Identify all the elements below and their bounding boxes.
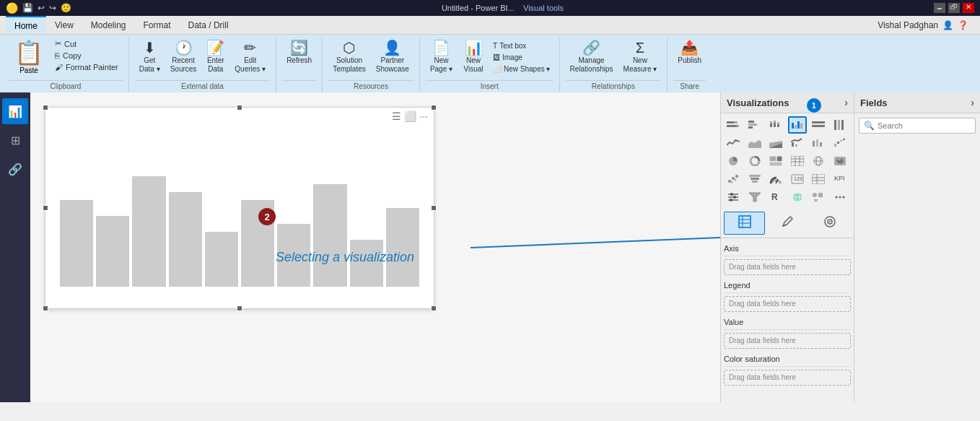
new-measure-button[interactable]: Σ NewMeasure ▾ xyxy=(619,38,662,77)
resize-handle-tm[interactable] xyxy=(237,105,242,110)
slicer-icon[interactable] xyxy=(724,188,743,206)
clustered-column-icon[interactable] xyxy=(788,116,807,134)
globe-icon[interactable] xyxy=(788,188,807,206)
copy-button[interactable]: ⎘ Copy xyxy=(51,50,123,61)
cut-button[interactable]: ✂ Cut xyxy=(51,38,123,50)
svg-text:123: 123 xyxy=(794,176,802,181)
svg-rect-11 xyxy=(774,123,776,127)
visual-menu-icon[interactable]: ☰ xyxy=(392,110,401,122)
help-icon[interactable]: ❓ xyxy=(958,20,968,30)
format-tab-button[interactable] xyxy=(766,212,808,235)
table-icon[interactable] xyxy=(788,152,807,170)
treemap-icon[interactable] xyxy=(766,152,785,170)
ribbon-chart-icon[interactable] xyxy=(809,134,828,152)
paste-button[interactable]: 📋 Paste xyxy=(9,38,49,74)
enter-data-button[interactable]: 📝 EnterData xyxy=(202,38,229,77)
filter-icon[interactable] xyxy=(745,188,764,206)
tab-view[interactable]: View xyxy=(46,16,82,34)
legend-drop-zone[interactable]: Drag data fields here xyxy=(724,296,851,312)
svg-rect-27 xyxy=(792,142,794,147)
image-button[interactable]: 🖼 Image xyxy=(490,52,553,63)
fields-search-box[interactable]: 🔍 xyxy=(859,118,976,134)
line-clustered-icon[interactable] xyxy=(788,134,807,152)
color-saturation-drop-zone[interactable]: Drag data fields here xyxy=(724,370,851,386)
svg-rect-35 xyxy=(843,139,845,140)
tab-data-drill[interactable]: Data / Drill xyxy=(180,16,237,34)
get-data-button[interactable]: ⬇ GetData ▾ xyxy=(135,38,165,77)
area-chart-icon[interactable] xyxy=(745,134,764,152)
svg-rect-5 xyxy=(737,125,739,127)
scatter-icon[interactable] xyxy=(724,170,743,188)
relationships-view-button[interactable]: 🔗 xyxy=(2,156,28,182)
svg-rect-4 xyxy=(727,125,737,127)
gauge-icon[interactable] xyxy=(766,170,785,188)
fields-search-input[interactable] xyxy=(878,121,971,130)
insert-label: Insert xyxy=(426,80,554,92)
solution-templates-button[interactable]: ⬡ SolutionTemplates xyxy=(328,38,370,77)
shapes-button[interactable]: ⬜ New Shapes ▾ xyxy=(490,64,553,74)
map-icon[interactable] xyxy=(809,152,828,170)
report-view-button[interactable]: 📊 xyxy=(2,98,28,124)
edit-queries-button[interactable]: ✏ EditQueries ▾ xyxy=(230,38,270,77)
data-view-button[interactable]: ⊞ xyxy=(2,127,28,153)
format-painter-button[interactable]: 🖌 Format Painter xyxy=(51,61,123,73)
svg-rect-41 xyxy=(791,156,804,166)
enter-data-icon: 📝 xyxy=(206,40,224,55)
svg-point-51 xyxy=(732,177,735,180)
resize-handle-mr[interactable] xyxy=(431,205,437,211)
quick-access-undo[interactable]: ↩ xyxy=(38,3,45,13)
fields-tab-button[interactable] xyxy=(724,212,765,235)
resize-handle-br[interactable] xyxy=(431,305,437,311)
analytics-tab-button[interactable] xyxy=(810,212,851,235)
stacked-area-icon[interactable] xyxy=(766,134,785,152)
funnel-icon[interactable] xyxy=(745,170,764,188)
close-button[interactable]: ✕ xyxy=(963,3,974,13)
visual-more-icon[interactable]: ··· xyxy=(419,110,428,122)
refresh-button[interactable]: 🔄 Refresh xyxy=(282,38,316,68)
quick-access-redo[interactable]: ↪ xyxy=(49,3,56,13)
filled-map-icon[interactable] xyxy=(831,152,849,170)
fields-panel-expand[interactable]: › xyxy=(971,97,974,108)
pie-chart-icon[interactable] xyxy=(724,152,743,170)
waterfall-icon[interactable] xyxy=(831,134,849,152)
restore-button[interactable]: 🗗 xyxy=(948,3,960,13)
more-visuals-icon[interactable] xyxy=(831,188,849,206)
clustered-bar-icon[interactable] xyxy=(745,116,764,134)
new-page-button[interactable]: 📄 NewPage ▾ xyxy=(426,38,457,77)
donut-chart-icon[interactable] xyxy=(745,152,764,170)
tab-modeling[interactable]: Modeling xyxy=(82,16,135,34)
kpi-icon[interactable]: KPI xyxy=(831,170,849,188)
card-icon[interactable]: 123 xyxy=(788,170,807,188)
resize-handle-bl[interactable] xyxy=(43,305,48,311)
partner-showcase-button[interactable]: 👤 PartnerShowcase xyxy=(372,38,414,77)
minimize-button[interactable]: 🗕 xyxy=(934,3,945,13)
stacked-column-icon[interactable] xyxy=(766,116,785,134)
resize-handle-bm[interactable] xyxy=(237,305,242,311)
text-box-button[interactable]: T Text box xyxy=(490,40,553,51)
manage-relationships-button[interactable]: 🔗 ManageRelationships xyxy=(566,38,618,77)
resize-handle-tl[interactable] xyxy=(43,105,48,110)
recent-sources-button[interactable]: 🕐 RecentSources xyxy=(166,38,201,77)
svg-point-54 xyxy=(735,179,737,181)
r-script-icon[interactable]: R xyxy=(766,188,785,206)
publish-button[interactable]: 📤 Publish xyxy=(673,38,706,68)
tab-format[interactable]: Format xyxy=(135,16,180,34)
line-chart-icon[interactable] xyxy=(724,134,743,152)
get-data-icon: ⬇ xyxy=(144,40,156,55)
axis-drop-zone[interactable]: Drag data fields here xyxy=(724,259,851,275)
resize-handle-ml[interactable] xyxy=(43,205,48,211)
visual-focus-icon[interactable]: ⬜ xyxy=(404,110,416,122)
viz-panel-expand[interactable]: › xyxy=(844,97,848,108)
100pct-stacked-bar-icon[interactable] xyxy=(809,116,828,134)
100pct-stacked-column-icon[interactable] xyxy=(831,116,849,134)
custom-visual-icon[interactable] xyxy=(809,188,828,206)
value-drop-zone[interactable]: Drag data fields here xyxy=(724,333,851,349)
tab-home[interactable]: Home xyxy=(6,16,46,34)
new-visual-button[interactable]: 📊 NewVisual xyxy=(458,38,489,77)
annotation-arrow xyxy=(268,222,720,280)
resize-handle-tr[interactable] xyxy=(431,105,437,110)
stacked-bar-icon[interactable] xyxy=(724,116,743,134)
matrix-icon[interactable] xyxy=(809,170,828,188)
quick-access-save[interactable]: 💾 xyxy=(22,3,33,13)
quick-access-smile[interactable]: 🙂 xyxy=(61,3,71,13)
